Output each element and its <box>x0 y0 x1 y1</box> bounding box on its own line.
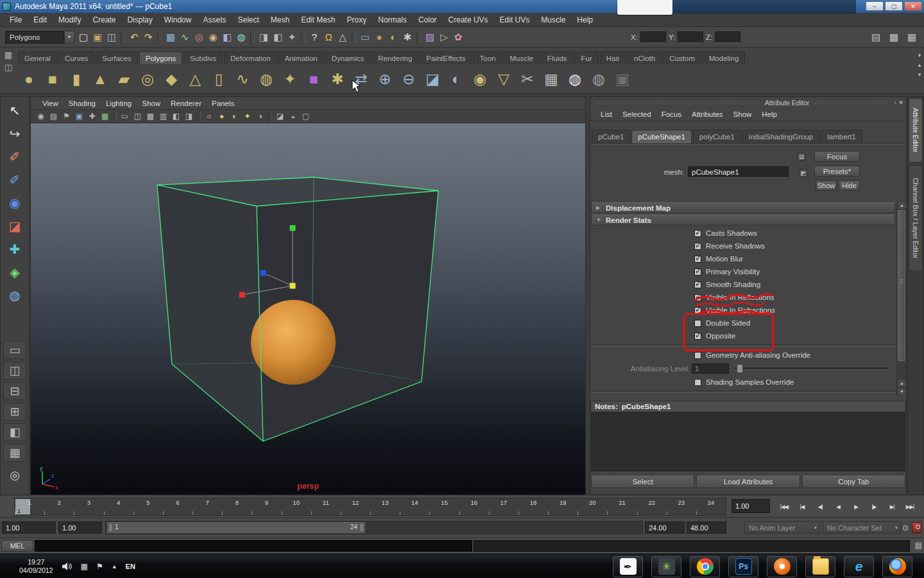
isolate-select-icon[interactable]: ▢ <box>300 111 312 122</box>
shelf-tab-deformation[interactable]: Deformation <box>224 51 277 64</box>
shelf-scroll-down-icon[interactable]: ▼ <box>917 72 922 78</box>
ae-tab-initialshadinggroup[interactable]: initialShadingGroup <box>742 130 819 143</box>
current-time-field[interactable]: 1.00 <box>732 499 770 513</box>
ae-menu-item[interactable]: Help <box>757 108 782 120</box>
shelf-cylinder-icon[interactable]: ▮ <box>65 67 87 91</box>
drag-handle[interactable] <box>813 101 890 105</box>
field-chart-icon[interactable]: ▥ <box>157 111 169 122</box>
menu-item[interactable]: Create UVs <box>443 13 494 26</box>
panel-menu-item[interactable]: Renderer <box>166 97 207 109</box>
lasso-select-tool-icon[interactable]: ↪ <box>3 123 27 144</box>
shelf-tab-fur[interactable]: Fur <box>575 51 599 64</box>
two-d-pan-zoom-icon[interactable]: ✚ <box>86 111 98 122</box>
range-slider-handle[interactable]: 1 24 <box>107 522 365 533</box>
lock-icon[interactable]: Ω <box>321 30 336 44</box>
rotate-tool-icon[interactable]: ◉ <box>3 192 27 214</box>
viewport-scene[interactable] <box>31 123 585 495</box>
volume-icon[interactable] <box>62 562 73 571</box>
open-scene-icon[interactable]: ▣ <box>90 30 105 44</box>
manipulator-x-handle[interactable] <box>239 292 245 298</box>
checkbox[interactable] <box>694 352 701 359</box>
shelf-cone-icon[interactable]: ▲ <box>89 67 111 91</box>
construction-history-icon[interactable]: ✦ <box>285 30 299 44</box>
command-input-field[interactable] <box>35 540 472 552</box>
playback-end-field[interactable]: 24.00 <box>645 521 685 534</box>
script-editor-icon[interactable]: ▤ <box>915 541 922 550</box>
shelf-tab-rendering[interactable]: Rendering <box>372 51 418 64</box>
outliner-persp-layout-icon[interactable]: ◧ <box>3 423 26 441</box>
use-all-lights-icon[interactable]: ✦ <box>241 111 253 122</box>
shelf-platonic-icon[interactable]: ✦ <box>279 67 301 91</box>
float-panel-icon[interactable]: ▫ <box>894 100 896 106</box>
ae-tab-lambert1[interactable]: lambert1 <box>821 130 862 143</box>
shelf-tab-custom[interactable]: Custom <box>663 51 701 64</box>
taskbar-app-maya[interactable]: ✳ <box>651 556 681 577</box>
shelf-uv-checker2-icon[interactable]: ◍ <box>588 67 610 91</box>
taskbar-app-screenclip[interactable]: ✒ <box>613 556 643 577</box>
xray-icon[interactable]: ◪ <box>274 111 286 122</box>
swatch-icon[interactable]: ◩ <box>799 169 808 177</box>
snap-to-curves-icon[interactable]: ∿ <box>178 30 192 44</box>
attribute-editor-header[interactable]: Attribute Editor ▫ ✕ <box>590 97 906 108</box>
move-tool-icon[interactable]: ✚ <box>3 238 27 260</box>
shelf-uv-editor-icon[interactable]: ▣ <box>612 67 633 91</box>
ipr-render-icon[interactable]: ◐ <box>386 30 400 44</box>
y-coordinate-field[interactable] <box>678 31 703 43</box>
shelf-tab-muscle[interactable]: Muscle <box>503 51 539 64</box>
taskbar-app-explorer[interactable] <box>805 556 835 577</box>
output-connections-icon[interactable]: ◧ <box>271 30 285 44</box>
wireframe-mode-icon[interactable]: ○ <box>203 111 215 122</box>
shelf-tab-painteffects[interactable]: PaintEffects <box>420 51 472 64</box>
scroll-up-icon[interactable]: ▲ <box>897 379 906 387</box>
safe-title-icon[interactable]: ◨ <box>183 111 195 122</box>
paint-effects-panel-icon[interactable]: ✿ <box>451 30 465 44</box>
panel-menu-item[interactable]: View <box>37 97 64 109</box>
ae-menu-item[interactable]: Attributes <box>687 108 728 120</box>
shelf-quad-draw-icon[interactable]: ▦ <box>540 67 562 91</box>
menu-item[interactable]: Mesh <box>265 13 295 26</box>
shelf-smooth-icon[interactable]: ◉ <box>469 67 491 91</box>
load-attributes-button[interactable]: Load Attributes <box>696 475 800 488</box>
undo-icon[interactable]: ↶ <box>127 30 141 44</box>
toolbox-display-icon[interactable]: ▦ <box>905 30 919 44</box>
exposure-icon[interactable]: ◒ <box>287 111 299 122</box>
menu-item[interactable]: Window <box>158 13 198 26</box>
scroll-up-icon[interactable]: ▲ <box>897 201 906 209</box>
shelf-tab-modeling[interactable]: Modeling <box>703 51 746 64</box>
animation-start-field[interactable]: 1.00 <box>2 521 56 534</box>
snap-to-grids-icon[interactable]: ▦ <box>164 30 178 44</box>
shelf-sphere-icon[interactable]: ● <box>18 67 40 91</box>
presets-button[interactable]: Presets* <box>814 166 860 177</box>
set-key-icon[interactable]: ⊙ <box>901 522 910 533</box>
menu-item[interactable]: Modify <box>53 13 87 26</box>
step-forward-key-button[interactable]: |▶ <box>865 498 883 514</box>
make-live-icon[interactable]: ◍ <box>234 30 248 44</box>
z-coordinate-field[interactable] <box>715 31 740 43</box>
checkbox[interactable] <box>694 230 701 237</box>
menu-item[interactable]: Muscle <box>535 13 571 26</box>
manipulator-y-handle[interactable] <box>290 225 296 231</box>
taskbar-app-firefox[interactable] <box>882 556 912 577</box>
last-tool-icon[interactable] <box>3 308 27 329</box>
section-displacement-map[interactable]: ▶ Displacement Map <box>591 202 895 213</box>
play-forwards-button[interactable]: ▶ <box>847 498 865 514</box>
playblast-icon[interactable]: ▷ <box>437 30 451 44</box>
shelf-pipe-icon[interactable]: ▯ <box>208 67 230 91</box>
shelf-tab-polygons[interactable]: Polygons <box>139 51 182 64</box>
scrollbar-thumb[interactable] <box>898 210 905 361</box>
input-connections-icon[interactable]: ◨ <box>257 30 271 44</box>
notes-textarea[interactable] <box>591 412 905 471</box>
menu-item[interactable]: Select <box>232 13 264 26</box>
timeline-track[interactable]: 1 12345678910111213141516171819202122232… <box>14 498 726 516</box>
node-name-field[interactable]: pCubeShape1 <box>688 166 789 178</box>
menu-item[interactable]: Normals <box>372 13 413 26</box>
scroll-down-icon[interactable]: ▼ <box>897 387 906 396</box>
checkbox[interactable] <box>694 281 701 288</box>
x-coordinate-field[interactable] <box>640 31 666 43</box>
poly-sphere[interactable] <box>251 300 336 385</box>
show-list-icon[interactable]: ▤ <box>797 152 806 161</box>
textured-mode-icon[interactable]: ◐ <box>228 111 241 122</box>
copy-tab-button[interactable]: Copy Tab <box>802 475 905 488</box>
ae-menu-item[interactable]: Selected <box>617 108 656 120</box>
section-render-stats[interactable]: ▼ Render Stats <box>591 215 895 225</box>
